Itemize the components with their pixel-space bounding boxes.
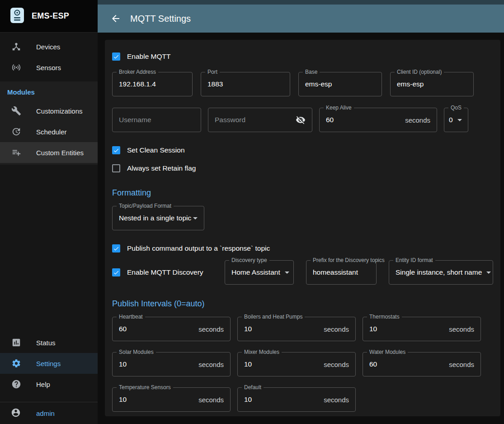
sidebar-item-settings[interactable]: Settings [0,353,98,374]
field-label: QoS [448,105,464,111]
keep-alive-field[interactable]: Keep Alive 60 seconds [319,108,437,132]
field-value: 10 [244,325,252,333]
publish-intervals-grid: Heartbeat 60 seconds Boilers and Heat Pu… [112,317,493,412]
assessment-icon [11,337,22,348]
enable-discovery-checkbox[interactable] [112,268,120,276]
broker-address-field[interactable]: Broker Address 192.168.1.4 [112,72,193,96]
username-field[interactable]: Username [112,108,201,132]
sidebar-top-nav: Devices Sensors [0,33,98,81]
field-label: Broker Address [117,69,158,75]
sidebar-item-devices[interactable]: Devices [0,36,98,57]
modules-section-header: Modules [0,81,98,100]
field-label: Discovery type [229,257,269,263]
checkbox-label: Set Clean Session [127,146,185,154]
field-suffix: seconds [198,361,224,368]
chevron-down-icon [486,272,491,274]
temperature-sensors-interval-field[interactable]: Temperature Sensors 10 seconds [112,387,231,412]
sidebar-item-help[interactable]: Help [0,374,98,395]
field-value: ems-esp [397,80,424,88]
password-field[interactable]: Password [208,108,312,132]
field-label: Mixer Modules [242,349,282,355]
mixer-interval-field[interactable]: Mixer Modules 10 seconds [237,352,356,376]
discovery-row: Enable MQTT Discovery Discovery type Hom… [112,260,493,285]
field-value: 60 [119,325,127,333]
set-clean-session-checkbox[interactable] [112,146,120,154]
app-logo-row: EMS-ESP [0,0,98,33]
back-button[interactable] [108,11,123,26]
visibility-off-icon[interactable] [296,115,306,125]
sidebar-item-sensors[interactable]: Sensors [0,57,98,78]
port-field[interactable]: Port 1883 [201,72,290,96]
sidebar: EMS-ESP Devices Sensors Modules Customiz… [0,0,98,424]
construction-icon [11,105,22,116]
sidebar-item-custom-entities[interactable]: Custom Entities [0,142,98,163]
field-label: Thermostats [367,314,402,320]
sidebar-item-label: Customizations [36,107,83,115]
field-suffix: seconds [198,325,224,333]
water-interval-field[interactable]: Water Modules 60 seconds [363,352,481,376]
sidebar-item-label: Settings [36,360,61,367]
discovery-prefix-field[interactable]: Prefix for the Discovery topics homeassi… [306,260,377,285]
field-suffix: seconds [324,396,349,404]
field-placeholder: Password [215,116,245,124]
heartbeat-interval-field[interactable]: Heartbeat 60 seconds [112,317,231,341]
page-title: MQTT Settings [130,14,191,24]
sidebar-item-scheduler[interactable]: Scheduler [0,121,98,142]
discovery-type-select[interactable]: Discovery type Home Assistant [225,260,294,285]
checkbox-label: Enable MQTT Discovery [127,268,203,276]
retain-flag-checkbox[interactable] [112,164,120,172]
enable-mqtt-row: Enable MQTT [112,51,493,62]
sidebar-item-status[interactable]: Status [0,332,98,353]
field-value: 10 [369,325,377,333]
entity-id-format-select[interactable]: Entity ID format Single instance, short … [389,260,493,285]
field-value: ems-esp [305,80,332,88]
field-label: Default [242,384,264,391]
field-label: Base [303,69,320,75]
sidebar-modules-section: Modules Customizations Scheduler Custom … [0,81,98,165]
thermostats-interval-field[interactable]: Thermostats 10 seconds [363,317,481,341]
select-value: 0 [449,116,453,124]
arrow-back-icon [110,13,121,24]
base-field[interactable]: Base ems-esp [298,72,382,96]
solar-interval-field[interactable]: Solar Modules 10 seconds [112,352,231,376]
help-icon [11,379,22,390]
user-menu-admin[interactable]: admin [0,402,98,424]
select-value: Home Assistant [231,268,280,276]
checkbox-label: Publish command output to a `response` t… [127,244,270,252]
checkbox-label: Enable MQTT [127,52,170,61]
field-label: Heartbeat [117,314,145,320]
publish-response-checkbox[interactable] [112,244,120,252]
check-icon [113,245,119,252]
field-value: 60 [326,116,334,124]
chevron-down-icon [457,119,462,121]
field-value: 1883 [207,80,223,88]
field-suffix: seconds [324,361,349,368]
field-label: Water Modules [367,349,408,355]
boilers-interval-field[interactable]: Boilers and Heat Pumps 10 seconds [237,317,356,341]
field-label: Topic/Payload Format [117,203,174,209]
broker-row: Broker Address 192.168.1.4 Port 1883 Bas… [112,72,493,96]
sidebar-item-label: Status [36,339,56,347]
field-suffix: seconds [449,361,474,368]
field-value: 10 [244,395,252,404]
qos-select[interactable]: QoS 0 [444,108,468,132]
field-label: Boilers and Heat Pumps [242,314,305,320]
client-id-field[interactable]: Client ID (optional) ems-esp [390,72,474,96]
field-value: 192.168.1.4 [119,80,156,88]
sidebar-item-label: Help [36,381,50,388]
field-label: Prefix for the Discovery topics [311,257,387,263]
chevron-down-icon [193,217,198,219]
sidebar-item-customizations[interactable]: Customizations [0,100,98,121]
enable-mqtt-checkbox[interactable] [112,52,120,61]
account-circle-icon [11,408,22,419]
select-value: Nested in a single topic [119,214,191,222]
topic-payload-format-select[interactable]: Topic/Payload Format Nested in a single … [112,206,204,230]
field-suffix: seconds [198,396,224,404]
field-suffix: seconds [449,325,474,333]
field-suffix: seconds [324,325,349,333]
field-suffix: seconds [405,116,430,124]
default-interval-field[interactable]: Default 10 seconds [237,387,356,412]
sidebar-item-label: Custom Entities [36,149,84,157]
settings-gear-icon [11,358,22,369]
field-label: Keep Alive [324,105,354,111]
